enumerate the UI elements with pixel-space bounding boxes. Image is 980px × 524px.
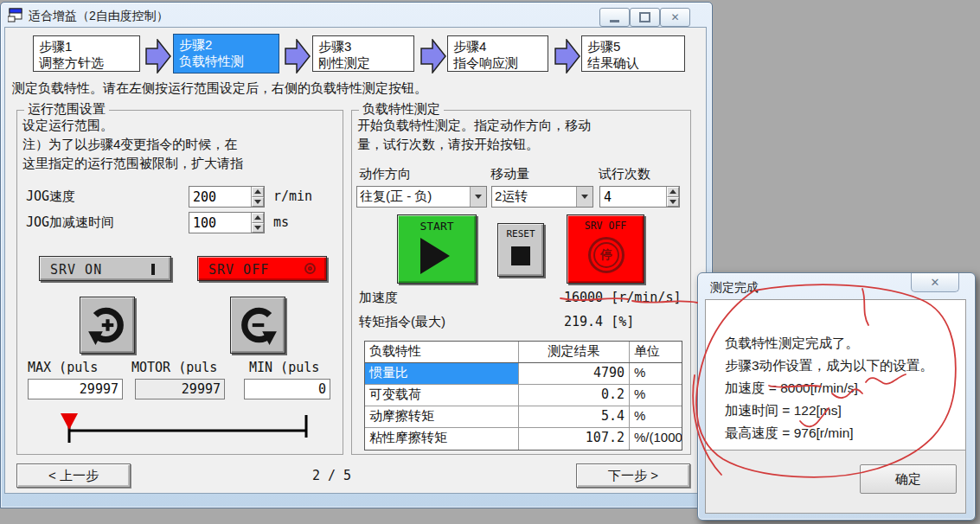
range-group-legend: 运行范围设置 <box>24 101 109 118</box>
step-5-tab[interactable]: 步骤5 结果确认 <box>581 35 685 72</box>
close-button[interactable]: ✕ <box>660 8 690 27</box>
trials-input[interactable] <box>600 187 666 207</box>
position-slider[interactable] <box>28 406 330 446</box>
range-desc-1: 设定运行范围。 <box>22 118 113 134</box>
table-row[interactable]: 惯量比 4790 % <box>365 363 682 385</box>
reset-button[interactable]: RESET <box>497 223 544 277</box>
step-5-line1: 步骤5 <box>587 38 684 54</box>
step-4-line2: 指令响应测 <box>453 54 548 71</box>
app-icon <box>8 8 23 22</box>
jog-speed-down-button[interactable] <box>252 197 264 208</box>
step-1-line2: 调整方针选 <box>39 54 139 71</box>
direction-dropdown-button[interactable] <box>470 187 486 207</box>
reset-label: RESET <box>498 228 543 240</box>
stop-glyph: 停 <box>600 247 612 263</box>
close-icon: ✕ <box>670 12 679 22</box>
step-2-tab[interactable]: 步骤2 负载特性测 <box>173 34 279 73</box>
power-on-icon <box>151 264 155 275</box>
maximize-icon <box>639 12 650 22</box>
step-arrow-icon <box>285 39 311 73</box>
step-arrow-icon <box>145 39 171 73</box>
jog-speed-up-button[interactable] <box>252 187 264 197</box>
start-label: START <box>398 220 476 233</box>
movement-value: 2运转 <box>492 187 576 207</box>
step-1-line1: 步骤1 <box>39 38 139 54</box>
jog-ccw-button[interactable] <box>80 297 135 354</box>
rotate-cw-minus-icon <box>236 304 279 347</box>
step-1-tab[interactable]: 步骤1 调整方针选 <box>33 35 140 72</box>
minimize-button[interactable] <box>599 8 630 27</box>
table-row[interactable]: 可变载荷 0.2 % <box>365 385 682 406</box>
table-header-result: 测定结果 <box>519 342 630 362</box>
trials-down-button[interactable] <box>667 197 679 208</box>
srv-off-button[interactable]: SRV OFF <box>197 256 327 281</box>
table-row[interactable]: 动摩擦转矩 5.4 % <box>365 406 682 428</box>
emergency-srv-off-label: SRV OFF <box>567 220 644 232</box>
min-puls-input[interactable] <box>244 379 330 399</box>
down-arrow-icon <box>669 200 676 204</box>
jog-accel-unit: ms <box>273 214 289 230</box>
jog-speed-unit: r/min <box>273 189 312 204</box>
ok-button[interactable]: 确定 <box>860 464 957 494</box>
jog-cw-button[interactable] <box>230 297 285 354</box>
max-puls-input[interactable] <box>28 379 123 399</box>
torque-label: 转矩指令(最大) <box>359 314 445 330</box>
step-4-tab[interactable]: 步骤4 指令响应测 <box>447 35 548 72</box>
table-row[interactable]: 粘性摩擦转矩 107.2 %/(1000 <box>365 428 682 450</box>
torque-value: 219.4 [%] <box>564 314 634 329</box>
jog-accel-label: JOG加减速时间 <box>26 214 114 231</box>
jog-accel-down-button[interactable] <box>252 223 264 233</box>
srv-off-label: SRV OFF <box>208 262 269 278</box>
step-3-line2: 刚性测定 <box>318 54 413 71</box>
dialog-line-5: 最高速度 = 976[r/min] <box>725 425 854 443</box>
client-area: 步骤1 调整方针选 步骤2 负载特性测 步骤3 刚性测定 步骤4 指令响应测 步… <box>4 27 707 494</box>
maximize-button[interactable] <box>630 8 660 27</box>
movement-dropdown-button[interactable] <box>576 187 592 207</box>
close-icon: ✕ <box>931 277 940 288</box>
range-groupbox: 运行范围设置 设定运行范围。 注）为了以步骤4变更指令的时候，在 这里指定的运行… <box>16 110 343 455</box>
minimize-icon <box>610 20 619 22</box>
window-title: 适合增益（2自由度控制） <box>29 9 169 24</box>
jog-accel-field[interactable] <box>189 212 265 233</box>
dialog-line-1: 负载特性测定完成了。 <box>725 335 859 353</box>
accel-label: 加速度 <box>359 290 398 306</box>
srv-on-button[interactable]: SRV ON <box>39 256 171 281</box>
step-3-line1: 步骤3 <box>318 38 413 54</box>
measure-groupbox: 负载特性测定 开始负载特性测定。指定动作方向，移动 量，试行次数，请按开始按钮。… <box>351 110 691 455</box>
dialog-line-4: 加速时间 = 122[ms] <box>725 402 842 420</box>
stop-square-icon <box>511 246 530 265</box>
next-step-button[interactable]: 下一步 > <box>576 463 690 488</box>
measure-desc-2: 量，试行次数，请按开始按钮。 <box>357 137 539 153</box>
emergency-srv-off-button[interactable]: SRV OFF 停 <box>567 214 644 284</box>
min-label: MIN (puls <box>249 360 319 375</box>
start-button[interactable]: START <box>397 214 477 284</box>
down-arrow-icon <box>254 226 261 230</box>
stop-ring-icon: 停 <box>588 237 625 273</box>
step-arrow-icon <box>420 39 446 73</box>
step-2-line1: 步骤2 <box>179 36 279 53</box>
previous-step-button[interactable]: < 上一步 <box>16 463 131 488</box>
jog-speed-label: JOG速度 <box>26 189 75 205</box>
trials-field[interactable] <box>599 186 680 208</box>
accel-value: 16000 [r/min/s] <box>564 290 681 305</box>
jog-speed-field[interactable] <box>189 186 265 208</box>
play-icon <box>420 238 450 274</box>
step-4-line1: 步骤4 <box>453 38 548 54</box>
dialog-message-box: 负载特性测定完成了。 步骤3动作设置，成为以下的设置。 加速度 = 8000[r… <box>706 300 965 451</box>
measure-desc-1: 开始负载特性测定。指定动作方向，移动 <box>357 118 591 134</box>
step-3-tab[interactable]: 步骤3 刚性测定 <box>312 35 414 72</box>
direction-select[interactable]: 往复(正 - 负) <box>356 186 487 208</box>
dialog-close-button[interactable]: ✕ <box>911 273 959 292</box>
jog-speed-input[interactable] <box>189 187 251 207</box>
jog-accel-input[interactable] <box>189 213 251 233</box>
movement-select[interactable]: 2运转 <box>491 186 593 208</box>
jog-accel-up-button[interactable] <box>252 213 264 223</box>
load-characteristic-table: 负载特性 测定结果 单位 惯量比 4790 % 可变载荷 0.2 % <box>364 341 682 451</box>
measurement-complete-dialog: 测定完成 ✕ 负载特性测定完成了。 步骤3动作设置，成为以下的设置。 加速度 =… <box>697 272 976 521</box>
measure-group-legend: 负载特性测定 <box>359 101 444 118</box>
max-label: MAX (puls <box>28 360 98 375</box>
motor-puls-display <box>135 379 225 399</box>
trials-up-button[interactable] <box>667 187 679 197</box>
dialog-line-3: 加速度 = 8000[r/min/s] <box>725 380 858 398</box>
desktop: { "window": { "title": "适合增益（2自由度控制）", "… <box>0 0 980 524</box>
